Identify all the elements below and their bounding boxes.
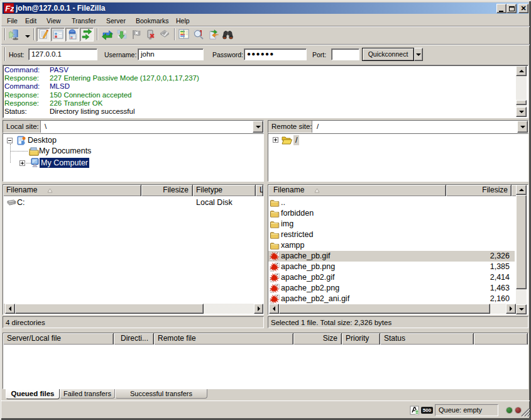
svg-text:Fz: Fz [5, 4, 14, 13]
